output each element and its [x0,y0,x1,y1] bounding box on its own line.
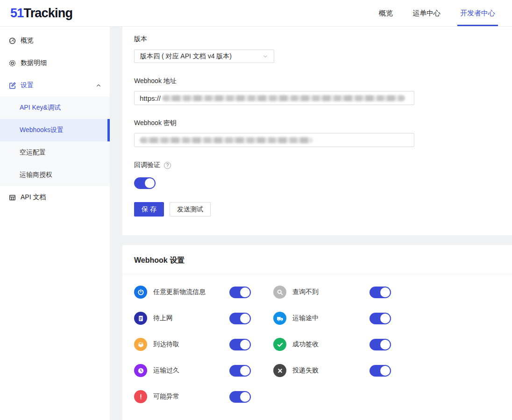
main-content: 版本 版本四 ( 对应 API 文档 v4 版本) Webhook 地址 htt… [110,27,512,420]
setting-label: 可能异常 [153,392,179,401]
setting-toggle[interactable] [370,313,391,324]
webhook-url-input[interactable]: https:// [134,91,414,105]
setting-in-transit: 运输途中 [273,312,391,325]
help-icon[interactable]: ? [164,162,171,169]
setting-toggle[interactable] [229,313,251,324]
callback-verify-label: 回调验证 ? [134,161,500,169]
setting-toggle[interactable] [229,287,251,298]
webhook-secret-input[interactable] [134,133,414,147]
setting-transit-too-long: 运输过久 [134,364,251,377]
setting-label: 查询不到 [292,288,319,296]
nav-developer-center[interactable]: 开发者中心 [460,0,495,26]
setting-toggle[interactable] [370,339,391,350]
setting-toggle[interactable] [229,391,251,403]
top-header: 51Tracking 概览 运单中心 开发者中心 [0,0,512,27]
toggle-knob [380,366,390,376]
sidebar-item-label: 数据明细 [21,59,47,67]
webhook-settings-card: Webhook 设置 任意更新物流信息 [122,245,512,420]
settings-submenu: API Key&调试 Webhooks设置 空运配置 运输商授权 [0,97,110,186]
check-icon [273,338,286,351]
sidebar-item-carrier-auth[interactable]: 运输商授权 [0,164,110,186]
sidebar-item-settings[interactable]: 设置 [0,74,110,97]
setting-label: 到达待取 [153,340,179,349]
setting-toggle[interactable] [229,339,251,350]
toggle-knob [240,340,250,350]
webhook-form-card: 版本 版本四 ( 对应 API 文档 v4 版本) Webhook 地址 htt… [122,27,512,235]
toggle-knob [240,287,250,297]
search-icon [273,286,286,299]
medal-icon [8,59,16,67]
setting-label: 运输过久 [153,366,179,375]
sidebar-item-air-config[interactable]: 空运配置 [0,141,110,164]
nav-shipment-center[interactable]: 运单中心 [412,0,441,26]
exclamation-icon [134,390,147,403]
redacted-url-value [162,95,405,101]
clock-icon [134,364,147,377]
setting-toggle[interactable] [370,287,391,298]
version-label: 版本 [134,35,500,43]
webhook-url-prefix: https:// [140,94,161,102]
setting-delivery-failed: 投递失败 [273,364,391,377]
logo-prefix: 51 [10,6,23,20]
logo[interactable]: 51Tracking [10,6,72,21]
setting-arrived-pickup: 到达待取 [134,338,251,351]
webhook-secret-label: Webhook 密钥 [134,119,500,127]
setting-info-received: 待上网 [134,312,251,325]
webhook-settings-title: Webhook 设置 [122,256,512,266]
version-select[interactable]: 版本四 ( 对应 API 文档 v4 版本) [134,49,274,63]
top-nav: 概览 运单中心 开发者中心 [379,0,495,26]
webhook-url-label: Webhook 地址 [134,77,500,85]
chevron-up-icon [96,83,101,88]
chevron-down-icon [263,54,268,59]
edit-icon [8,82,16,90]
sidebar-item-data-detail[interactable]: 数据明细 [0,52,110,74]
setting-label: 运输途中 [292,314,319,322]
setting-label: 任意更新物流信息 [153,288,206,296]
sidebar-item-api-docs[interactable]: API 文档 [0,186,110,209]
setting-toggle[interactable] [370,365,391,377]
gauge-icon [8,37,16,45]
package-icon [134,338,147,351]
form-actions: 保 存 发送测试 [134,202,500,217]
card-gap [122,235,512,245]
sidebar-item-webhooks-settings[interactable]: Webhooks设置 [0,119,110,141]
truck-icon [273,312,286,325]
setting-not-found: 查询不到 [273,286,391,299]
toggle-knob [240,314,250,323]
redacted-secret-value [140,137,313,143]
toggle-knob [145,178,155,188]
sidebar: 概览 数据明细 设置 [0,27,110,420]
nav-overview[interactable]: 概览 [379,0,393,26]
webhook-settings-grid: 任意更新物流信息 查询不到 [122,274,512,420]
setting-delivered: 成功签收 [273,338,391,351]
toggle-knob [380,314,390,323]
document-icon [134,312,147,325]
setting-possible-exception: 可能异常 [134,390,251,403]
setting-label: 成功签收 [292,340,319,349]
callback-verify-toggle[interactable] [134,177,156,189]
sidebar-item-label: 概览 [21,36,34,45]
sidebar-item-label: API 文档 [21,193,46,202]
version-select-value: 版本四 ( 对应 API 文档 v4 版本) [140,52,232,61]
sidebar-item-api-key-debug[interactable]: API Key&调试 [0,97,110,119]
toggle-knob [380,287,390,297]
setting-toggle[interactable] [229,365,251,377]
save-button[interactable]: 保 存 [134,202,164,217]
setting-label: 待上网 [153,314,173,322]
sidebar-item-overview[interactable]: 概览 [0,29,110,52]
table-icon [8,194,16,202]
setting-any-update: 任意更新物流信息 [134,286,251,299]
toggle-knob [240,392,250,402]
logo-suffix: Tracking [23,6,72,20]
toggle-knob [380,340,390,350]
setting-label: 投递失败 [292,366,319,375]
sidebar-item-label: 设置 [21,81,34,90]
toggle-knob [240,366,250,376]
cross-icon [273,364,286,377]
power-icon [134,286,147,299]
callback-verify-text: 回调验证 [134,161,160,169]
send-test-button[interactable]: 发送测试 [170,202,211,217]
